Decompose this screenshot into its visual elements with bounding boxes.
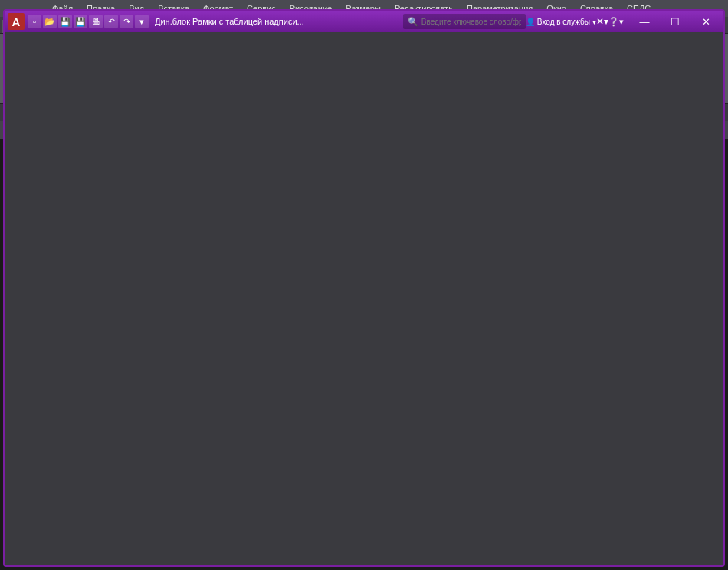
search-box[interactable]: 🔍	[403, 14, 526, 29]
search-input[interactable]	[421, 18, 521, 26]
qat-new-icon[interactable]: ▫	[28, 15, 41, 28]
qat-undo-icon[interactable]: ↶	[104, 15, 118, 28]
qat-open-icon[interactable]: 📂	[43, 15, 57, 28]
signin-button[interactable]: 👤 Вход в службы ▾	[526, 18, 596, 26]
quick-access-toolbar: ▫ 📂 💾 💾 🖶 ↶ ↷ ▾	[28, 15, 149, 28]
qat-more-icon[interactable]: ▾	[135, 15, 149, 28]
qat-redo-icon[interactable]: ↷	[120, 15, 133, 28]
qat-save-icon[interactable]: 💾	[58, 15, 72, 28]
minimize-button[interactable]: —	[630, 13, 659, 30]
qat-plot-icon[interactable]: 🖶	[89, 15, 103, 28]
help-icon[interactable]: ❔▾	[608, 17, 624, 27]
titlebar: A ▫ 📂 💾 💾 🖶 ↶ ↷ ▾ Дин.блок Рамки с табли…	[5, 11, 723, 32]
maximize-button[interactable]: ☐	[661, 13, 690, 30]
qat-saveas-icon[interactable]: 💾	[74, 15, 87, 28]
close-button[interactable]: ✕	[691, 13, 720, 30]
app-logo[interactable]: A	[8, 13, 25, 30]
window-title: Дин.блок Рамки с таблицей надписи...	[155, 17, 304, 26]
search-icon: 🔍	[408, 17, 418, 27]
exchange-icon[interactable]: ✕▾	[596, 16, 608, 27]
